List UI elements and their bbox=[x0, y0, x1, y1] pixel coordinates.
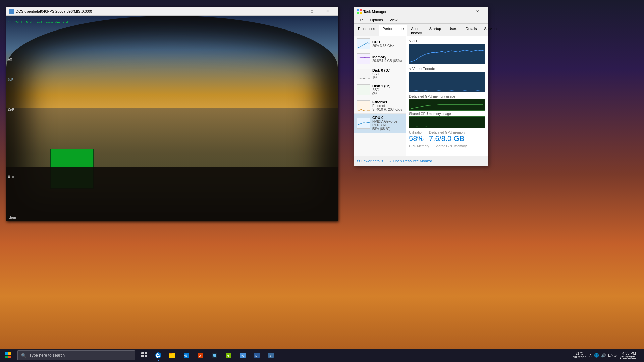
disk0-info: Disk 0 (D:) SSD 1% bbox=[372, 68, 390, 80]
svg-rect-14 bbox=[5, 352, 8, 355]
taskbar-office[interactable]: O bbox=[194, 349, 207, 362]
taskbar-app-steam-vr[interactable] bbox=[208, 349, 221, 362]
show-desktop-button[interactable] bbox=[639, 349, 641, 362]
task-manager-tabs: Processes Performance App history Startu… bbox=[354, 24, 488, 36]
taskbar-edge[interactable] bbox=[152, 349, 165, 362]
disk1-info: Disk 1 (C:) SSD 0% bbox=[372, 84, 390, 96]
extra-app3-icon: S bbox=[267, 352, 275, 359]
nvidia-icon: N bbox=[225, 352, 232, 359]
svg-point-31 bbox=[213, 354, 216, 357]
game-window-titlebar: DCS.openbeta[040FPS]28607.396(MIS:0.000)… bbox=[6, 7, 338, 16]
maximize-button[interactable]: □ bbox=[304, 7, 319, 15]
clock[interactable]: 4:33 PM 7/12/2021 bbox=[620, 351, 636, 359]
svg-text:N: N bbox=[227, 354, 229, 357]
gpu0-sub: NVIDIA GeForce RTX 3070 bbox=[372, 120, 403, 127]
tab-startup[interactable]: Startup bbox=[426, 25, 445, 36]
mem-mini-graph bbox=[357, 53, 370, 64]
eth-name: Ethernet bbox=[372, 100, 402, 104]
svg-rect-13 bbox=[411, 117, 483, 128]
fewer-details-label: Fewer details bbox=[361, 159, 383, 163]
mem-name: Memory bbox=[372, 55, 402, 59]
tm-minimize-button[interactable]: — bbox=[438, 8, 453, 16]
volume-icon[interactable]: 🔊 bbox=[601, 353, 606, 358]
svg-rect-19 bbox=[145, 352, 147, 354]
fewer-details-icon: ⊙ bbox=[357, 159, 360, 163]
disk1-mini-graph bbox=[357, 84, 370, 95]
svg-rect-11 bbox=[410, 72, 484, 92]
search-bar[interactable]: 🔍 Type here to search bbox=[17, 350, 135, 360]
gpu0-name: GPU 0 bbox=[372, 116, 403, 120]
weather-widget[interactable]: 21°C Nu regen bbox=[573, 352, 586, 359]
menu-options[interactable]: Options bbox=[369, 17, 384, 23]
3d-chart bbox=[409, 44, 485, 64]
resource-disk1[interactable]: Disk 1 (C:) SSD 0% bbox=[354, 82, 406, 98]
side-label-am: AM bbox=[8, 58, 12, 61]
gpu-sub-stats-row: GPU Memory Shared GPU memory bbox=[409, 144, 485, 148]
svg-rect-6 bbox=[357, 69, 370, 79]
fewer-details-button[interactable]: ⊙ Fewer details bbox=[357, 159, 383, 163]
open-resource-monitor-button[interactable]: ⊙ Open Resource Monitor bbox=[388, 159, 432, 163]
eth-mini-graph bbox=[357, 100, 370, 111]
tab-processes[interactable]: Processes bbox=[354, 25, 379, 36]
taskbar-app-extra1[interactable]: W bbox=[236, 349, 250, 362]
resource-ethernet[interactable]: Ethernet Ethernet S: 40.0 R: 208 Kbps bbox=[354, 98, 406, 114]
tab-users[interactable]: Users bbox=[445, 25, 462, 36]
side-label-thun: thun bbox=[8, 216, 16, 219]
explorer-icon bbox=[169, 352, 176, 359]
svg-text:D: D bbox=[255, 354, 258, 357]
shared-gpu-memory-chart bbox=[409, 116, 485, 128]
start-button[interactable] bbox=[0, 349, 16, 362]
taskbar-app-extra3[interactable]: S bbox=[264, 349, 278, 362]
tray-overflow-icon[interactable]: ∧ bbox=[589, 353, 592, 358]
svg-rect-15 bbox=[8, 352, 11, 355]
resource-list: CPU 29% 3.63 GHz Memory 20.8/31.9 GB (65… bbox=[354, 36, 406, 156]
taskbar-app-extra2[interactable]: D bbox=[250, 349, 264, 362]
svg-rect-3 bbox=[360, 12, 362, 14]
tab-services[interactable]: Services bbox=[481, 25, 502, 36]
task-manager-titlebar: Task Manager — □ ✕ bbox=[354, 7, 488, 16]
minimize-button[interactable]: — bbox=[288, 7, 304, 15]
shared-gpu-mem-sub-label: Shared GPU memory bbox=[435, 144, 467, 148]
disk0-sub: SSD bbox=[372, 72, 390, 76]
language-indicator[interactable]: ENG bbox=[608, 353, 617, 358]
taskbar-store[interactable]: 🛍 bbox=[180, 349, 193, 362]
task-manager-icon bbox=[357, 9, 362, 14]
taskbar-right: 21°C Nu regen ∧ 🌐 🔊 ENG 4:33 PM 7/12/202… bbox=[573, 349, 644, 362]
eth-sub: Ethernet bbox=[372, 104, 402, 108]
tab-app-history[interactable]: App history bbox=[407, 25, 425, 36]
utilization-label: Utilization bbox=[409, 131, 424, 134]
game-window: DCS.openbeta[040FPS]28607.396(MIS:0.000)… bbox=[6, 7, 338, 221]
task-view-icon bbox=[141, 352, 148, 359]
clock-date: 7/12/2021 bbox=[620, 355, 636, 359]
store-icon: 🛍 bbox=[183, 352, 190, 359]
menu-view[interactable]: View bbox=[388, 17, 399, 23]
taskbar-app-icons: 🛍 O N W bbox=[138, 349, 278, 362]
disk1-sub: SSD bbox=[372, 88, 390, 92]
gpu-memory-sub-label: GPU Memory bbox=[409, 144, 429, 148]
resource-cpu[interactable]: CPU 29% 3.63 GHz bbox=[354, 36, 406, 51]
cpu-sub: 29% 3.63 GHz bbox=[372, 44, 394, 48]
task-manager-footer: ⊙ Fewer details ⊙ Open Resource Monitor bbox=[354, 156, 488, 166]
edge-active-indicator bbox=[158, 360, 159, 361]
svg-rect-25 bbox=[169, 353, 171, 354]
svg-rect-7 bbox=[357, 85, 370, 95]
close-button[interactable]: ✕ bbox=[320, 7, 335, 15]
game-window-title: DCS.openbeta[040FPS]28607.396(MIS:0.000) bbox=[9, 9, 92, 14]
taskbar-nvidia-app[interactable]: N bbox=[222, 349, 235, 362]
menu-file[interactable]: File bbox=[356, 17, 365, 23]
tab-performance[interactable]: Performance bbox=[379, 25, 407, 36]
resource-gpu0[interactable]: GPU 0 NVIDIA GeForce RTX 3070 58% (68 °C… bbox=[354, 114, 406, 133]
side-label-gef: GeF bbox=[8, 108, 14, 112]
disk0-pct: 1% bbox=[372, 76, 390, 80]
tm-close-button[interactable]: ✕ bbox=[470, 8, 485, 16]
taskbar-task-view[interactable] bbox=[138, 349, 151, 362]
resource-disk0[interactable]: Disk 0 (D:) SSD 1% bbox=[354, 66, 406, 82]
gpu0-info: GPU 0 NVIDIA GeForce RTX 3070 58% (68 °C… bbox=[372, 116, 403, 131]
svg-rect-18 bbox=[141, 352, 144, 354]
tm-maximize-button[interactable]: □ bbox=[454, 8, 469, 16]
svg-rect-17 bbox=[8, 356, 11, 358]
tab-details[interactable]: Details bbox=[462, 25, 481, 36]
resource-memory[interactable]: Memory 20.8/31.9 GB (65%) bbox=[354, 51, 406, 66]
taskbar-explorer[interactable] bbox=[166, 349, 179, 362]
network-icon[interactable]: 🌐 bbox=[594, 353, 599, 358]
